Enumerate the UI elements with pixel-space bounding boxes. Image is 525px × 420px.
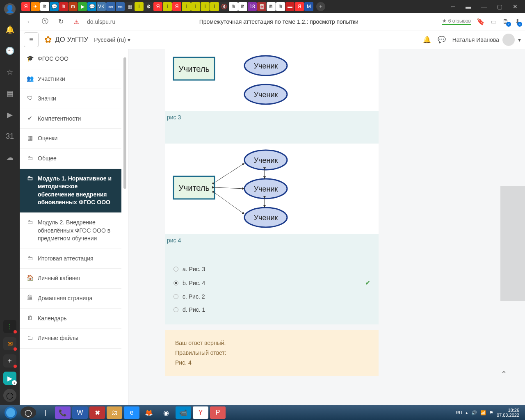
- sidebar-item-5[interactable]: 🗀Общее: [20, 149, 121, 169]
- tab-icon[interactable]: ⚙: [144, 2, 153, 11]
- notifications-icon[interactable]: 🔔: [423, 36, 431, 43]
- reload-button[interactable]: ↻: [56, 17, 66, 27]
- app-icon-2[interactable]: ✉: [3, 337, 16, 350]
- tab-icon-active[interactable]: m: [68, 2, 78, 11]
- sidebar-item-0[interactable]: 🎓ФГОС ООО: [20, 49, 121, 69]
- tab-icon[interactable]: ㎜: [106, 2, 115, 11]
- answer-option-a[interactable]: a. Рис. 3: [173, 262, 370, 276]
- tab-icon[interactable]: Я: [153, 2, 162, 11]
- sidebar-item-8[interactable]: 🗀Итоговая аттестация: [20, 249, 121, 269]
- taskbar-viber[interactable]: 📞: [55, 406, 71, 419]
- star-icon[interactable]: ☆: [3, 66, 16, 79]
- sidebar-item-1[interactable]: 👥Участники: [20, 69, 121, 89]
- tab-icon[interactable]: ㎜: [116, 2, 125, 11]
- app-icon-3[interactable]: ▶1: [3, 372, 16, 385]
- back-button[interactable]: ←: [25, 17, 34, 27]
- tab-icon[interactable]: ✈: [31, 2, 40, 11]
- tab-icon[interactable]: i: [182, 2, 191, 11]
- scroll-to-top-button[interactable]: ⌃: [497, 368, 510, 381]
- start-button[interactable]: [2, 404, 19, 420]
- tab-icon[interactable]: Я: [172, 2, 181, 11]
- tab-icon[interactable]: 🗎: [229, 2, 238, 11]
- tab-icon[interactable]: i: [191, 2, 200, 11]
- yandex-button[interactable]: Ⓨ: [40, 17, 50, 27]
- app-icon-1[interactable]: ⋮: [3, 320, 16, 333]
- taskbar-powerpoint[interactable]: P: [210, 406, 226, 419]
- tab-icon[interactable]: i: [163, 2, 172, 11]
- sidebar-item-9[interactable]: 🏠Личный кабинет: [20, 269, 121, 289]
- tab-icon[interactable]: 18: [248, 2, 257, 11]
- bell-icon[interactable]: 🔔: [3, 23, 16, 36]
- taskbar-yandex-browser[interactable]: Y: [193, 406, 208, 419]
- tab-icon[interactable]: 🗎: [238, 2, 247, 11]
- menu-toggle-button[interactable]: ≡: [24, 32, 39, 47]
- bookmark-icon[interactable]: 🔖: [477, 18, 485, 25]
- tab-icon[interactable]: ▶: [78, 2, 87, 11]
- site-logo[interactable]: ✿ ДО УлГПУ: [44, 34, 88, 45]
- sidebar-item-4[interactable]: ▦Оценки: [20, 129, 121, 149]
- sidebar-item-2[interactable]: 🛡Значки: [20, 89, 121, 109]
- tab-icon[interactable]: i: [201, 2, 210, 11]
- calendar-icon[interactable]: 31: [3, 130, 16, 143]
- taskbar-word[interactable]: W: [72, 406, 88, 419]
- new-tab-button[interactable]: +: [316, 2, 325, 11]
- tab-icon[interactable]: ▦: [125, 2, 134, 11]
- reviews-badge[interactable]: ★ 6 отзывов: [442, 18, 471, 25]
- collections-icon[interactable]: ▭: [449, 3, 457, 10]
- tab-icon[interactable]: VK: [97, 2, 106, 11]
- volume-icon[interactable]: 🔊: [471, 410, 477, 415]
- user-menu[interactable]: Наталья Иванова ▾: [452, 34, 521, 46]
- downloads-icon[interactable]: ⬇4: [515, 18, 520, 25]
- taskbar-yandex[interactable]: ◯: [21, 406, 36, 419]
- extension-icon[interactable]: ▭: [491, 18, 497, 25]
- add-icon[interactable]: +: [3, 354, 16, 368]
- language-selector[interactable]: Русский (ru) ▾: [94, 37, 130, 43]
- sidebar-item-11[interactable]: 🗓Календарь: [20, 309, 121, 329]
- tab-icon[interactable]: 🗎: [59, 2, 68, 11]
- answer-option-d[interactable]: d. Рис. 1: [173, 303, 370, 316]
- tray-up-icon[interactable]: ▴: [466, 410, 468, 415]
- taskbar-explorer[interactable]: 🗂: [107, 406, 122, 419]
- sidebar-item-3[interactable]: ✔Компетентности: [20, 109, 121, 129]
- yandex-icon[interactable]: ◯: [3, 389, 16, 402]
- tab-icon[interactable]: 🗎: [267, 2, 276, 11]
- answer-option-b[interactable]: b. Рис. 4✔: [173, 276, 370, 290]
- clock[interactable]: 18:26 07.03.2022: [497, 408, 519, 418]
- tab-icon[interactable]: 🔇: [219, 2, 228, 11]
- tab-icon[interactable]: M: [304, 2, 313, 11]
- tab-icon[interactable]: 💬: [50, 2, 59, 11]
- user-avatar-icon[interactable]: 👤: [4, 3, 16, 15]
- sidebar-item-12[interactable]: 🗀Личные файлы: [20, 329, 121, 349]
- tab-icon[interactable]: 🀄: [257, 2, 266, 11]
- maximize-button[interactable]: ▢: [495, 3, 504, 10]
- clock-icon[interactable]: 🕘: [3, 44, 16, 57]
- sidebar-item-6[interactable]: 🗀Модуль 1. Нормативное и методическое об…: [20, 169, 121, 213]
- sidebar-item-7[interactable]: 🗀Модуль 2. Внедрение обновлённых ФГОС ОО…: [20, 213, 121, 249]
- sidebar-scrollbar[interactable]: [123, 57, 126, 189]
- sidebar-item-10[interactable]: 🏛Домашняя страница: [20, 289, 121, 309]
- lang-indicator[interactable]: RU: [456, 410, 462, 415]
- tab-icon[interactable]: 🗎: [40, 2, 49, 11]
- tab-icon[interactable]: 🗎: [276, 2, 285, 11]
- answer-option-c[interactable]: c. Рис. 2: [173, 290, 370, 303]
- right-panel-collapsed[interactable]: [500, 186, 525, 301]
- network-icon[interactable]: 📶: [480, 410, 486, 415]
- taskbar-app[interactable]: ✖: [89, 406, 105, 419]
- security-warning-icon[interactable]: ⚠: [71, 17, 81, 27]
- tab-icon[interactable]: Я: [295, 2, 304, 11]
- minimize-button[interactable]: —: [480, 3, 488, 10]
- taskbar-zoom[interactable]: 📹: [176, 406, 191, 419]
- url-text[interactable]: do.ulspu.ru: [87, 18, 115, 25]
- close-button[interactable]: ✕: [511, 3, 519, 10]
- note-icon[interactable]: ▤: [3, 87, 16, 100]
- taskbar-ie[interactable]: e: [124, 406, 139, 419]
- taskbar-chrome[interactable]: ◉: [158, 406, 174, 419]
- tab-icon[interactable]: 💬: [87, 2, 96, 11]
- tab-icon[interactable]: ▬: [285, 2, 294, 11]
- tab-icon[interactable]: Я: [21, 2, 30, 11]
- flag-icon[interactable]: ⚑: [489, 410, 493, 415]
- cloud-icon[interactable]: ☁: [3, 151, 16, 164]
- panel-icon[interactable]: ▬: [464, 3, 472, 10]
- tab-icon[interactable]: i: [135, 2, 144, 11]
- tab-icon[interactable]: i: [210, 2, 219, 11]
